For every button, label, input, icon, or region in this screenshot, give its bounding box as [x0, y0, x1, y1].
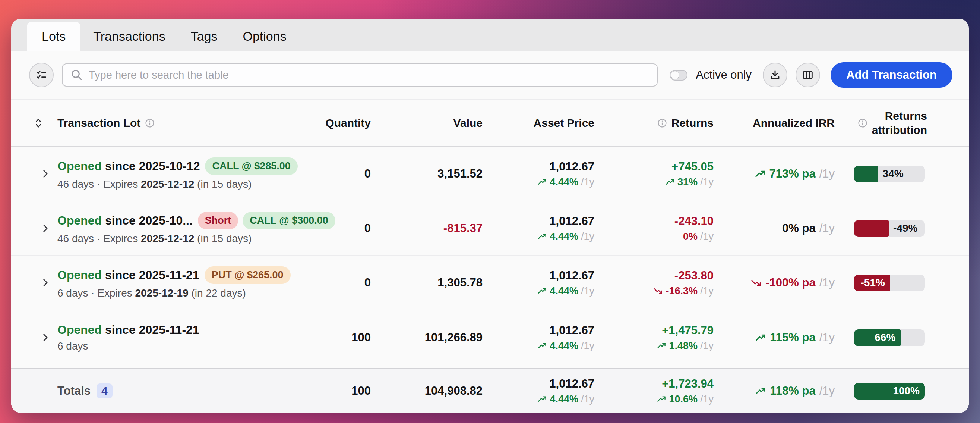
totals-cell: Totals 4 [57, 383, 113, 398]
header-returns[interactable]: Returns [594, 117, 714, 129]
header-quantity[interactable]: Quantity [307, 117, 371, 129]
expand-row-control[interactable] [33, 278, 57, 288]
returns-attribution-cell: 100% [835, 383, 927, 399]
info-icon[interactable] [858, 118, 867, 128]
header-sort-control[interactable] [33, 118, 57, 129]
trend-up-icon [657, 396, 666, 402]
asset-price-cell: 1,012.674.44% /1y [482, 269, 594, 297]
checklist-icon [35, 69, 48, 81]
attribution-bar: -49% [854, 220, 925, 237]
filter-checklist-button[interactable] [29, 63, 54, 87]
tab-tags[interactable]: Tags [178, 22, 230, 51]
lot-badge-short: Short [198, 212, 239, 230]
search-box[interactable] [62, 64, 658, 86]
header-asset-price[interactable]: Asset Price [482, 117, 594, 129]
returns-attribution-cell: -49% [835, 220, 927, 237]
quantity-cell: 100 [307, 384, 371, 397]
active-only-label: Active only [696, 68, 752, 82]
sort-icon [33, 118, 43, 129]
portfolio-table-window: LotsTransactionsTagsOptions [11, 19, 969, 413]
annualized-irr-cell: 115% pa /1y [714, 331, 835, 344]
columns-button[interactable] [795, 63, 820, 87]
lot-title: Opened since 2025-11-21 [57, 323, 205, 337]
expand-row-control[interactable] [33, 169, 57, 179]
search-icon [70, 68, 83, 82]
table-panel: Active only Add Transaction [11, 51, 969, 413]
toggle-knob [671, 71, 679, 80]
lot-cell: Opened since 2025-11-21 6 days [57, 323, 307, 352]
chevron-right-icon [41, 332, 50, 343]
lot-cell: Totals 4 [57, 383, 307, 398]
returns-cell: +745.0531% /1y [594, 160, 714, 188]
lot-date: since 2025-10-12 [102, 159, 200, 173]
returns-attribution-cell: -51% [835, 275, 927, 291]
trend-up-icon [537, 287, 547, 294]
lot-title: Opened since 2025-11-21 PUT @ $265.00 [57, 267, 291, 284]
lot-title: Opened since 2025-10... ShortCALL @ $300… [57, 212, 336, 230]
value-cell: 101,266.89 [371, 331, 482, 344]
attribution-bar-fill [854, 166, 878, 182]
trend-up-icon [755, 387, 766, 395]
lot-subtitle: 6 days · Expires 2025-12-19 (in 22 days) [57, 287, 291, 299]
lot-subtitle: 6 days [57, 340, 205, 352]
header-returns-attribution[interactable]: Returns attribution [835, 109, 927, 137]
tab-transactions[interactable]: Transactions [81, 22, 178, 51]
info-icon[interactable] [657, 118, 667, 128]
table-row[interactable]: Opened since 2025-10... ShortCALL @ $300… [11, 201, 969, 256]
header-annualized-irr[interactable]: Annualized IRR [714, 117, 835, 129]
expand-row-control[interactable] [33, 332, 57, 343]
header-returns-label: Returns [671, 117, 714, 129]
header-transaction-lot[interactable]: Transaction Lot [57, 117, 307, 129]
totals-count-badge[interactable]: 4 [97, 383, 113, 398]
header-value[interactable]: Value [371, 117, 482, 129]
quantity-cell: 0 [307, 167, 371, 180]
trend-up-icon [755, 334, 766, 342]
returns-attribution-cell: 34% [835, 166, 927, 182]
info-icon[interactable] [145, 118, 154, 128]
table-body: Opened since 2025-10-12 CALL @ $285.00 4… [11, 147, 969, 368]
value-cell: 1,305.78 [371, 276, 482, 289]
tab-options[interactable]: Options [230, 22, 299, 51]
lot-cell: Opened since 2025-10... ShortCALL @ $300… [57, 212, 307, 245]
trend-up-icon [537, 233, 547, 240]
export-button[interactable] [763, 63, 788, 87]
lot-badges: CALL @ $285.00 [205, 157, 298, 175]
lot-cell: Opened since 2025-10-12 CALL @ $285.00 4… [57, 157, 307, 190]
asset-price-cell: 1,012.674.44% /1y [482, 214, 594, 243]
lot-subtitle: 46 days · Expires 2025-12-12 (in 15 days… [57, 233, 336, 245]
add-transaction-button[interactable]: Add Transaction [830, 62, 953, 88]
returns-cell: +1,475.791.48% /1y [594, 324, 714, 352]
table-toolbar: Active only Add Transaction [11, 51, 969, 100]
asset-price-cell: 1,012.674.44% /1y [482, 160, 594, 188]
lot-badge-put: PUT @ $265.00 [205, 267, 291, 284]
table-header: Transaction Lot Quantity Value Asset Pri… [11, 100, 969, 147]
chevron-right-icon [41, 169, 50, 179]
lot-status: Opened [57, 323, 102, 337]
returns-cell: -253.80-16.3% /1y [594, 269, 714, 297]
lot-title: Opened since 2025-10-12 CALL @ $285.00 [57, 157, 298, 175]
header-attribution-label: Returns attribution [872, 109, 927, 137]
table-row[interactable]: Opened since 2025-11-21 6 days 100 101,2… [11, 310, 969, 365]
quantity-cell: 0 [307, 222, 371, 235]
value-cell: 104,908.82 [371, 384, 482, 397]
tab-lots[interactable]: Lots [27, 22, 81, 51]
attribution-bar: 66% [854, 329, 925, 346]
trend-up-icon [754, 170, 766, 178]
expand-row-control[interactable] [33, 223, 57, 233]
active-only-toggle[interactable] [670, 70, 687, 81]
desktop-background: LotsTransactionsTagsOptions [0, 0, 980, 423]
totals-row[interactable]: Totals 4 100 104,908.82 1,012.674.44% /1… [11, 368, 969, 413]
returns-cell: +1,723.9410.6% /1y [594, 377, 714, 405]
attribution-bar: -51% [854, 275, 925, 291]
table-row[interactable]: Opened since 2025-10-12 CALL @ $285.00 4… [11, 147, 969, 201]
lot-status: Opened [57, 159, 102, 173]
search-input[interactable] [89, 69, 649, 81]
quantity-cell: 100 [307, 331, 371, 344]
lot-cell: Opened since 2025-11-21 PUT @ $265.00 6 … [57, 267, 307, 299]
lot-subtitle: 46 days · Expires 2025-12-12 (in 15 days… [57, 178, 298, 190]
table-row[interactable]: Opened since 2025-11-21 PUT @ $265.00 6 … [11, 256, 969, 310]
trend-up-icon [665, 179, 675, 185]
annualized-irr-cell: 118% pa /1y [714, 384, 835, 397]
attribution-bar-fill [854, 220, 889, 237]
attribution-bar-label: 34% [883, 168, 904, 180]
